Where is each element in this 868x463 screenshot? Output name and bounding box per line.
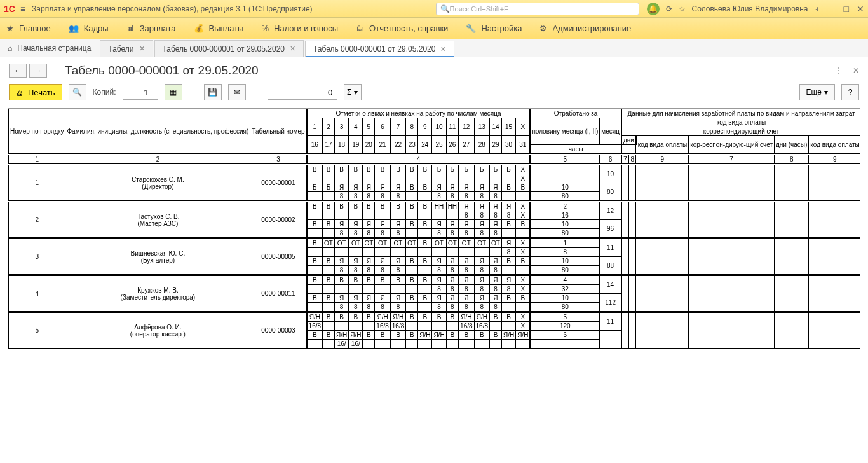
close-icon[interactable]: ✕ xyxy=(139,45,145,53)
copies-label: Копий: xyxy=(93,88,116,97)
bell-icon[interactable]: 🔔 xyxy=(647,3,660,15)
menu-payments[interactable]: 💰Выплаты xyxy=(194,24,244,33)
print-button[interactable]: 🖨Печать xyxy=(9,84,62,100)
more-button[interactable]: Еще▾ xyxy=(799,84,835,100)
number-input[interactable] xyxy=(268,85,337,100)
menu-taxes[interactable]: %Налоги и взносы xyxy=(261,24,338,33)
close-icon[interactable]: ✕ xyxy=(290,45,295,53)
filter-icon[interactable]: ⫞ xyxy=(815,4,818,13)
close-icon[interactable]: ✕ xyxy=(440,45,446,53)
app-logo: 1C xyxy=(4,4,15,14)
menu-main[interactable]: ★Главное xyxy=(6,24,51,33)
menu-reports[interactable]: 🗂Отчетность, справки xyxy=(356,24,448,33)
close-page-icon[interactable]: ✕ xyxy=(853,66,859,75)
menu-personnel[interactable]: 👥Кадры xyxy=(69,24,109,33)
star-icon[interactable]: ☆ xyxy=(679,4,686,13)
forward-button[interactable]: → xyxy=(29,64,47,78)
tab-doc2-active[interactable]: Табель 0000-000001 от 29.05.2020✕ xyxy=(305,41,454,57)
tab-home[interactable]: ⌂Начальная страница xyxy=(0,40,98,57)
app-title: Зарплата и управление персоналом (базова… xyxy=(32,4,436,13)
save-button[interactable]: 💾 xyxy=(204,84,222,100)
history-icon[interactable]: ⟳ xyxy=(666,4,672,13)
kebab-icon[interactable]: ⋮ xyxy=(835,66,843,75)
back-button[interactable]: ← xyxy=(9,64,27,78)
preview-button[interactable]: 🔍 xyxy=(69,84,86,100)
menu-icon[interactable]: ≡ xyxy=(20,4,25,14)
sum-button[interactable]: Σ ▾ xyxy=(344,84,362,100)
printer-icon: 🖨 xyxy=(16,88,24,97)
search-icon: 🔍 xyxy=(440,4,450,13)
close-icon[interactable]: ✕ xyxy=(857,4,864,14)
menu-salary[interactable]: 🖩Зарплата xyxy=(126,24,176,33)
email-button[interactable]: ✉ xyxy=(228,84,246,100)
page-title: Табель 0000-000001 от 29.05.2020 xyxy=(65,64,827,78)
tab-doc1[interactable]: Табель 0000-000001 от 29.05.2020✕ xyxy=(154,40,304,57)
copies-input[interactable] xyxy=(123,85,158,100)
grid-button[interactable]: ▦ xyxy=(165,84,182,100)
tab-tabeli[interactable]: Табели✕ xyxy=(100,40,153,57)
maximize-icon[interactable]: □ xyxy=(844,4,849,14)
menu-settings[interactable]: 🔧Настройка xyxy=(466,24,522,33)
user-name[interactable]: Соловьева Юлия Владимировна xyxy=(692,4,808,13)
search-input[interactable]: 🔍 Поиск Ctrl+Shift+F xyxy=(436,3,639,15)
minimize-icon[interactable]: — xyxy=(827,4,836,14)
menu-admin[interactable]: ⚙Администрирование xyxy=(539,24,631,33)
help-button[interactable]: ? xyxy=(841,84,859,100)
